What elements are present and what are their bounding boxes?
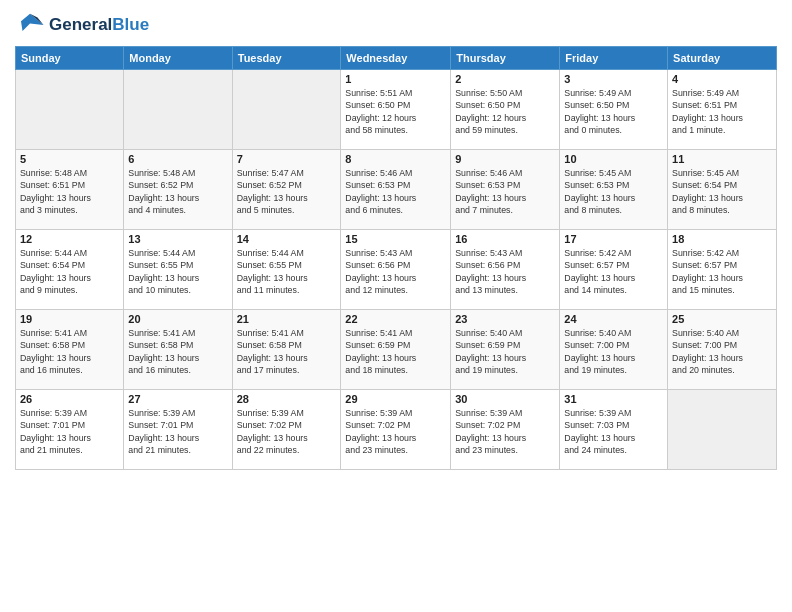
calendar-cell: 8Sunrise: 5:46 AM Sunset: 6:53 PM Daylig…	[341, 150, 451, 230]
calendar-cell	[668, 390, 777, 470]
header: GeneralBlue	[15, 10, 777, 40]
day-number: 22	[345, 313, 446, 325]
calendar-cell: 15Sunrise: 5:43 AM Sunset: 6:56 PM Dayli…	[341, 230, 451, 310]
day-number: 20	[128, 313, 227, 325]
week-row-1: 1Sunrise: 5:51 AM Sunset: 6:50 PM Daylig…	[16, 70, 777, 150]
day-number: 17	[564, 233, 663, 245]
calendar-cell: 1Sunrise: 5:51 AM Sunset: 6:50 PM Daylig…	[341, 70, 451, 150]
day-info: Sunrise: 5:39 AM Sunset: 7:03 PM Dayligh…	[564, 407, 663, 456]
calendar-cell: 14Sunrise: 5:44 AM Sunset: 6:55 PM Dayli…	[232, 230, 341, 310]
calendar-cell: 23Sunrise: 5:40 AM Sunset: 6:59 PM Dayli…	[451, 310, 560, 390]
day-number: 26	[20, 393, 119, 405]
day-number: 21	[237, 313, 337, 325]
calendar-cell: 9Sunrise: 5:46 AM Sunset: 6:53 PM Daylig…	[451, 150, 560, 230]
calendar-cell: 20Sunrise: 5:41 AM Sunset: 6:58 PM Dayli…	[124, 310, 232, 390]
day-number: 27	[128, 393, 227, 405]
day-number: 6	[128, 153, 227, 165]
weekday-header-tuesday: Tuesday	[232, 47, 341, 70]
calendar-cell: 16Sunrise: 5:43 AM Sunset: 6:56 PM Dayli…	[451, 230, 560, 310]
calendar-cell: 21Sunrise: 5:41 AM Sunset: 6:58 PM Dayli…	[232, 310, 341, 390]
calendar-cell: 25Sunrise: 5:40 AM Sunset: 7:00 PM Dayli…	[668, 310, 777, 390]
day-number: 19	[20, 313, 119, 325]
day-number: 2	[455, 73, 555, 85]
day-number: 7	[237, 153, 337, 165]
logo: GeneralBlue	[15, 10, 149, 40]
page: GeneralBlue SundayMondayTuesdayWednesday…	[0, 0, 792, 612]
day-info: Sunrise: 5:43 AM Sunset: 6:56 PM Dayligh…	[345, 247, 446, 296]
day-info: Sunrise: 5:43 AM Sunset: 6:56 PM Dayligh…	[455, 247, 555, 296]
day-info: Sunrise: 5:44 AM Sunset: 6:55 PM Dayligh…	[128, 247, 227, 296]
day-info: Sunrise: 5:41 AM Sunset: 6:58 PM Dayligh…	[128, 327, 227, 376]
day-info: Sunrise: 5:41 AM Sunset: 6:58 PM Dayligh…	[237, 327, 337, 376]
day-number: 31	[564, 393, 663, 405]
day-info: Sunrise: 5:40 AM Sunset: 7:00 PM Dayligh…	[564, 327, 663, 376]
day-number: 18	[672, 233, 772, 245]
calendar-cell: 28Sunrise: 5:39 AM Sunset: 7:02 PM Dayli…	[232, 390, 341, 470]
week-row-5: 26Sunrise: 5:39 AM Sunset: 7:01 PM Dayli…	[16, 390, 777, 470]
day-number: 4	[672, 73, 772, 85]
day-number: 12	[20, 233, 119, 245]
day-info: Sunrise: 5:40 AM Sunset: 7:00 PM Dayligh…	[672, 327, 772, 376]
weekday-header-monday: Monday	[124, 47, 232, 70]
svg-marker-0	[21, 14, 44, 31]
calendar-cell: 31Sunrise: 5:39 AM Sunset: 7:03 PM Dayli…	[560, 390, 668, 470]
day-number: 13	[128, 233, 227, 245]
calendar-cell: 26Sunrise: 5:39 AM Sunset: 7:01 PM Dayli…	[16, 390, 124, 470]
calendar-cell	[232, 70, 341, 150]
logo-icon	[15, 10, 45, 40]
day-number: 23	[455, 313, 555, 325]
day-info: Sunrise: 5:44 AM Sunset: 6:54 PM Dayligh…	[20, 247, 119, 296]
day-info: Sunrise: 5:49 AM Sunset: 6:51 PM Dayligh…	[672, 87, 772, 136]
calendar-cell: 19Sunrise: 5:41 AM Sunset: 6:58 PM Dayli…	[16, 310, 124, 390]
day-info: Sunrise: 5:45 AM Sunset: 6:53 PM Dayligh…	[564, 167, 663, 216]
day-number: 5	[20, 153, 119, 165]
weekday-header-wednesday: Wednesday	[341, 47, 451, 70]
week-row-3: 12Sunrise: 5:44 AM Sunset: 6:54 PM Dayli…	[16, 230, 777, 310]
day-number: 15	[345, 233, 446, 245]
day-info: Sunrise: 5:39 AM Sunset: 7:01 PM Dayligh…	[20, 407, 119, 456]
day-info: Sunrise: 5:40 AM Sunset: 6:59 PM Dayligh…	[455, 327, 555, 376]
day-info: Sunrise: 5:39 AM Sunset: 7:01 PM Dayligh…	[128, 407, 227, 456]
day-info: Sunrise: 5:50 AM Sunset: 6:50 PM Dayligh…	[455, 87, 555, 136]
day-number: 28	[237, 393, 337, 405]
calendar-cell: 2Sunrise: 5:50 AM Sunset: 6:50 PM Daylig…	[451, 70, 560, 150]
weekday-header-friday: Friday	[560, 47, 668, 70]
calendar-cell: 10Sunrise: 5:45 AM Sunset: 6:53 PM Dayli…	[560, 150, 668, 230]
calendar-cell: 29Sunrise: 5:39 AM Sunset: 7:02 PM Dayli…	[341, 390, 451, 470]
weekday-header-saturday: Saturday	[668, 47, 777, 70]
day-info: Sunrise: 5:41 AM Sunset: 6:58 PM Dayligh…	[20, 327, 119, 376]
day-info: Sunrise: 5:45 AM Sunset: 6:54 PM Dayligh…	[672, 167, 772, 216]
day-info: Sunrise: 5:51 AM Sunset: 6:50 PM Dayligh…	[345, 87, 446, 136]
day-info: Sunrise: 5:39 AM Sunset: 7:02 PM Dayligh…	[455, 407, 555, 456]
day-info: Sunrise: 5:44 AM Sunset: 6:55 PM Dayligh…	[237, 247, 337, 296]
calendar-cell: 5Sunrise: 5:48 AM Sunset: 6:51 PM Daylig…	[16, 150, 124, 230]
logo-text: GeneralBlue	[49, 16, 149, 35]
calendar-table: SundayMondayTuesdayWednesdayThursdayFrid…	[15, 46, 777, 470]
day-number: 9	[455, 153, 555, 165]
day-number: 29	[345, 393, 446, 405]
day-info: Sunrise: 5:39 AM Sunset: 7:02 PM Dayligh…	[345, 407, 446, 456]
day-number: 16	[455, 233, 555, 245]
calendar-cell: 17Sunrise: 5:42 AM Sunset: 6:57 PM Dayli…	[560, 230, 668, 310]
day-number: 11	[672, 153, 772, 165]
weekday-header-sunday: Sunday	[16, 47, 124, 70]
calendar-cell: 7Sunrise: 5:47 AM Sunset: 6:52 PM Daylig…	[232, 150, 341, 230]
day-number: 30	[455, 393, 555, 405]
calendar-cell	[16, 70, 124, 150]
day-info: Sunrise: 5:41 AM Sunset: 6:59 PM Dayligh…	[345, 327, 446, 376]
day-info: Sunrise: 5:46 AM Sunset: 6:53 PM Dayligh…	[345, 167, 446, 216]
week-row-2: 5Sunrise: 5:48 AM Sunset: 6:51 PM Daylig…	[16, 150, 777, 230]
calendar-cell	[124, 70, 232, 150]
calendar-cell: 13Sunrise: 5:44 AM Sunset: 6:55 PM Dayli…	[124, 230, 232, 310]
day-info: Sunrise: 5:47 AM Sunset: 6:52 PM Dayligh…	[237, 167, 337, 216]
weekday-header-row: SundayMondayTuesdayWednesdayThursdayFrid…	[16, 47, 777, 70]
calendar-cell: 12Sunrise: 5:44 AM Sunset: 6:54 PM Dayli…	[16, 230, 124, 310]
calendar-cell: 22Sunrise: 5:41 AM Sunset: 6:59 PM Dayli…	[341, 310, 451, 390]
calendar-cell: 27Sunrise: 5:39 AM Sunset: 7:01 PM Dayli…	[124, 390, 232, 470]
calendar-cell: 4Sunrise: 5:49 AM Sunset: 6:51 PM Daylig…	[668, 70, 777, 150]
day-number: 3	[564, 73, 663, 85]
day-info: Sunrise: 5:48 AM Sunset: 6:52 PM Dayligh…	[128, 167, 227, 216]
day-info: Sunrise: 5:42 AM Sunset: 6:57 PM Dayligh…	[672, 247, 772, 296]
day-number: 14	[237, 233, 337, 245]
calendar-cell: 6Sunrise: 5:48 AM Sunset: 6:52 PM Daylig…	[124, 150, 232, 230]
